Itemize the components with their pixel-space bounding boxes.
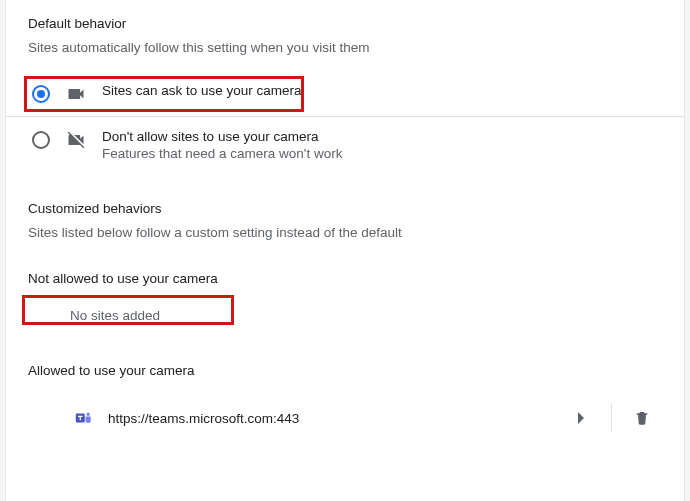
site-row[interactable]: https://teams.microsoft.com:443 (28, 396, 662, 440)
allowed-heading: Allowed to use your camera (28, 363, 662, 378)
default-behavior-title: Default behavior (28, 16, 662, 31)
customized-subtitle: Sites listed below follow a custom setti… (28, 224, 662, 242)
default-behavior-subtitle: Sites automatically follow this setting … (28, 39, 662, 57)
camera-off-icon (66, 130, 86, 150)
radio-block[interactable] (32, 131, 50, 149)
camera-on-icon (66, 84, 86, 104)
delete-site-button[interactable] (626, 402, 658, 434)
option-block[interactable]: Don't allow sites to use your camera Fea… (28, 117, 662, 173)
not-allowed-heading: Not allowed to use your camera (28, 271, 662, 286)
customized-title: Customized behaviors (28, 201, 662, 216)
not-allowed-empty: No sites added (70, 308, 662, 323)
site-url: https://teams.microsoft.com:443 (108, 411, 299, 426)
option-block-label: Don't allow sites to use your camera (102, 129, 658, 144)
site-details-button[interactable] (565, 402, 597, 434)
radio-ask[interactable] (32, 85, 50, 103)
option-ask[interactable]: Sites can ask to use your camera (28, 71, 662, 116)
teams-icon (74, 408, 94, 428)
option-ask-label: Sites can ask to use your camera (102, 83, 658, 98)
divider-vertical (611, 404, 612, 432)
option-block-sublabel: Features that need a camera won't work (102, 146, 658, 161)
svg-point-1 (86, 413, 89, 416)
